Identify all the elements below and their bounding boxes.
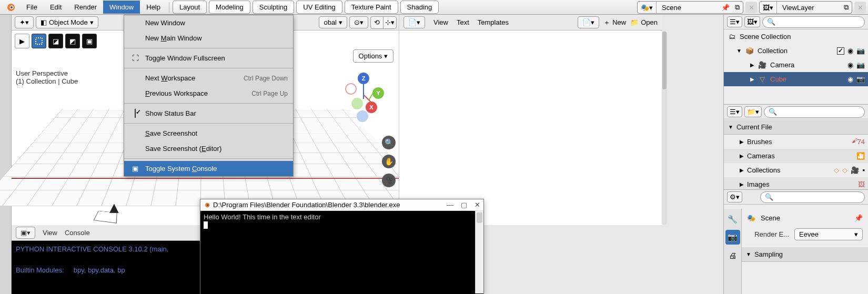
eye-icon[interactable]: ◉ [847, 75, 853, 83]
minimize-icon[interactable]: — [447, 201, 453, 209]
brushes-row[interactable]: ▶Brushes🖌74 [724, 135, 868, 149]
console-menu-view[interactable]: View [43, 229, 57, 237]
disclosure-icon[interactable]: ▶ [750, 62, 754, 68]
camera-icon[interactable]: 📷 [856, 61, 865, 69]
maximize-icon[interactable]: ▢ [461, 201, 467, 209]
te-menu-templates[interactable]: Templates [478, 18, 509, 26]
console-type-dropdown[interactable]: ▣▾ [16, 227, 35, 239]
collections-row[interactable]: ▶Collections◇◇🎥▪ [724, 163, 868, 177]
gizmo-neg-y-icon[interactable] [351, 98, 363, 109]
pin-icon[interactable]: 📌 [854, 214, 863, 222]
disclosure-icon[interactable]: ▶ [740, 139, 744, 145]
camera-view-icon[interactable]: 🎥 [382, 174, 396, 187]
text-editor-type-dropdown[interactable]: 📄▾ [403, 16, 425, 28]
cameras-row[interactable]: ▶Cameras🎦 [724, 149, 868, 163]
select-box-icon[interactable] [32, 34, 46, 48]
system-console-scrollbar[interactable] [475, 211, 483, 293]
scene-selector[interactable]: 🎭▾ Scene 📌 ⧉ [637, 1, 743, 14]
new-text-button[interactable]: ＋New [603, 18, 626, 27]
pan-icon[interactable]: ✋ [382, 155, 396, 168]
delete-layer-icon[interactable]: ✕ [854, 2, 866, 13]
te-menu-text[interactable]: Text [457, 18, 469, 26]
workspace-tab-sculpting[interactable]: Sculpting [253, 1, 294, 14]
console-output[interactable]: PYTHON INTERACTIVE CONSOLE 3.10.2 (main,… [12, 241, 200, 278]
options-dropdown[interactable]: Options ▾ [353, 49, 393, 63]
system-console-body[interactable]: Hello World! This time in the text edito… [200, 211, 483, 294]
delete-scene-icon[interactable]: ✕ [745, 2, 757, 13]
render-tab-icon[interactable]: 📷 [725, 230, 740, 245]
nav-gizmo[interactable]: Z X Y [342, 73, 384, 115]
cube-row[interactable]: ▶ ▽ Cube ◉📷 [724, 72, 868, 86]
snap-mode-icon[interactable]: ⊹▾ [383, 17, 396, 28]
open-text-button[interactable]: 📁Open [630, 18, 658, 26]
viewlayer-selector[interactable]: 🖼▾ ViewLayer ⧉ [759, 1, 852, 14]
menu-edit[interactable]: Edit [44, 1, 68, 14]
camera-row[interactable]: ▶ 🎥 Camera ◉📷 [724, 58, 868, 72]
camera-icon[interactable]: 📷 [856, 47, 865, 55]
menu-help[interactable]: Help [140, 1, 167, 14]
camera-icon[interactable]: 📷 [856, 75, 865, 83]
gizmo-x-icon[interactable]: X [366, 102, 377, 113]
snap-controls[interactable]: ⟲ ⊹▾ [370, 16, 397, 29]
current-file-header[interactable]: ▼Current File [724, 119, 868, 135]
menu-file[interactable]: File [20, 1, 44, 14]
camera-object-icon[interactable]: ▲ [106, 199, 122, 217]
tool-tab-icon[interactable]: 🔧 [725, 212, 740, 227]
gizmo-y-icon[interactable]: Y [372, 87, 384, 99]
te-menu-view[interactable]: View [433, 18, 448, 26]
workspace-tab-shading[interactable]: Shading [400, 1, 439, 14]
zoom-icon[interactable]: 🔍 [382, 136, 396, 149]
mode-dropdown[interactable]: ◧ Object Mode▾ [36, 16, 98, 28]
viewlayer-name[interactable]: ViewLayer [777, 4, 840, 12]
scene-collection-row[interactable]: 🗂 Scene Collection [724, 29, 868, 44]
orientation-dropdown[interactable]: obal ▾ [319, 16, 347, 28]
sampling-header[interactable]: ▼Sampling [742, 247, 868, 262]
workspace-tab-layout[interactable]: Layout [173, 1, 207, 14]
workspace-tab-texturepaint[interactable]: Texture Paint [345, 1, 398, 14]
system-console-titlebar[interactable]: D:\Program Files\Blender Foundation\Blen… [200, 199, 483, 211]
close-icon[interactable]: ✕ [475, 201, 480, 209]
pivot-dropdown[interactable]: ⊙▾ [349, 16, 368, 28]
pin-icon[interactable]: 📌 [720, 2, 731, 13]
properties-type-dropdown[interactable]: ⚙▾ [727, 191, 742, 202]
eye-icon[interactable]: ◉ [847, 61, 853, 69]
scrollbar-thumb[interactable] [477, 212, 482, 223]
workspace-tab-uv[interactable]: UV Editing [296, 1, 342, 14]
menu-prev-workspace[interactable]: Previous WorkspaceCtrl Page Up [124, 86, 293, 101]
select-mode4-icon[interactable]: ▣ [82, 34, 97, 48]
menu-toggle-fullscreen[interactable]: ⛶Toggle Window Fullscreen [124, 50, 293, 66]
disclosure-icon[interactable]: ▶ [740, 181, 744, 187]
menu-new-window[interactable]: New Window [124, 15, 293, 31]
gizmo-neg-z-icon[interactable] [357, 110, 368, 122]
menu-save-screenshot-editor[interactable]: Save Screenshot (Editor) [124, 141, 293, 156]
menu-save-screenshot[interactable]: Save Screenshot [124, 126, 293, 141]
menu-toggle-system-console[interactable]: ▣Toggle System Console [124, 161, 293, 176]
select-mode2-icon[interactable]: ◪ [48, 34, 63, 48]
properties-search[interactable]: 🔍 [760, 191, 865, 203]
copy-layer-icon[interactable]: ⧉ [840, 2, 852, 13]
scene-name[interactable]: Scene [657, 4, 720, 12]
eye-icon[interactable]: ◉ [847, 47, 853, 55]
outliner-type-dropdown[interactable]: ☰▾ [727, 16, 742, 27]
assets-type-dropdown[interactable]: ☰▾ [727, 106, 742, 117]
workspace-tab-modeling[interactable]: Modeling [209, 1, 250, 14]
disclosure-icon[interactable]: ▼ [736, 48, 742, 54]
output-tab-icon[interactable]: 🖨 [725, 248, 740, 262]
disclosure-icon[interactable]: ▶ [750, 76, 754, 82]
menu-render[interactable]: Render [68, 1, 103, 14]
text-block-dropdown[interactable]: 📄▾ [578, 16, 599, 28]
gizmo-z-icon[interactable]: Z [358, 73, 369, 84]
outliner-display-dropdown[interactable]: 🖼▾ [744, 16, 760, 27]
assets-display-dropdown[interactable]: 📁▾ [744, 106, 762, 117]
scrollbar-thumb[interactable] [662, 32, 667, 89]
copy-scene-icon[interactable]: ⧉ [731, 2, 743, 13]
console-menu-console[interactable]: Console [65, 229, 90, 237]
menu-show-status-bar[interactable]: Show Status Bar [124, 106, 293, 121]
menu-window[interactable]: Window [103, 1, 140, 14]
system-console-window[interactable]: D:\Program Files\Blender Foundation\Blen… [200, 199, 484, 294]
disclosure-icon[interactable]: ▶ [740, 167, 744, 173]
scrollbar[interactable] [662, 31, 667, 225]
editor-type-dropdown[interactable]: ✦▾ [15, 16, 34, 28]
disclosure-icon[interactable]: ▶ [740, 153, 744, 159]
menu-next-workspace[interactable]: Next WorkspaceCtrl Page Down [124, 70, 293, 86]
